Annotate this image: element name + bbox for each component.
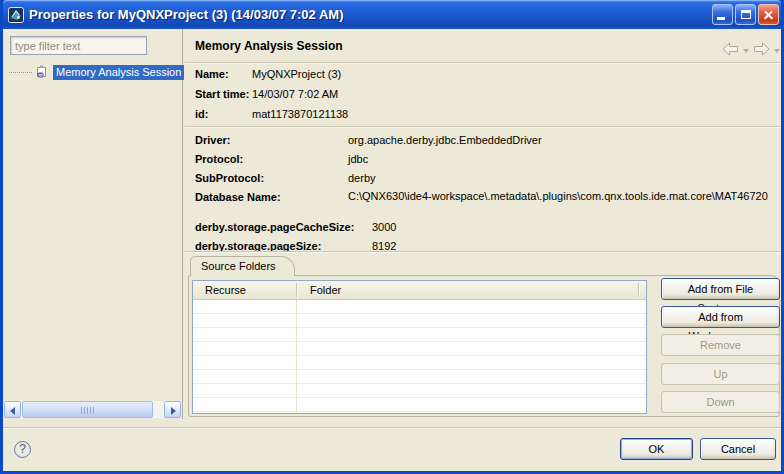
column-header-recurse[interactable]: Recurse	[205, 281, 246, 300]
table-header: Recurse Folder	[193, 281, 646, 300]
scroll-right-icon	[171, 407, 176, 415]
scrollbar-grip-icon	[81, 407, 95, 414]
property-row-protocol: Protocol:jdbc	[195, 151, 780, 170]
sidebar: Memory Analysis Session	[3, 29, 183, 419]
table-body-empty[interactable]	[193, 300, 646, 413]
property-label: Driver:	[195, 132, 348, 148]
forward-menu-caret-icon[interactable]	[774, 49, 780, 53]
properties-dialog: Properties for MyQNXProject (3) (14/03/0…	[0, 0, 784, 474]
property-label: id:	[195, 106, 252, 122]
property-row-subprotocol: SubProtocol:derby	[195, 170, 780, 189]
sidebar-horizontal-scrollbar[interactable]	[4, 401, 181, 418]
titlebar[interactable]: Properties for MyQNXProject (3) (14/03/0…	[3, 0, 781, 29]
scrollbar-track[interactable]	[21, 401, 164, 418]
back-arrow-icon[interactable]	[721, 42, 740, 57]
tree-item-memory-analysis-session[interactable]: Memory Analysis Session	[9, 63, 184, 81]
source-folders-panel: Recurse Folder Add from File System... A…	[188, 275, 780, 417]
add-from-file-system-button[interactable]: Add from File System...	[661, 278, 780, 300]
maximize-icon	[741, 10, 751, 19]
ok-button[interactable]: OK	[620, 438, 693, 460]
property-row-name: Name:MyQNXProject (3)	[195, 66, 348, 86]
cancel-button[interactable]: Cancel	[700, 438, 776, 460]
property-value: jdbc	[348, 153, 368, 165]
tab-label: Source Folders	[201, 260, 276, 272]
property-label: Name:	[195, 66, 252, 82]
column-separator[interactable]	[638, 283, 639, 297]
group-separator	[185, 251, 780, 253]
property-row-page-cache-size: derby.storage.pageCacheSize:3000	[195, 219, 396, 238]
property-row-id: id:mat1173870121138	[195, 106, 348, 126]
history-navigation	[721, 42, 780, 57]
maximize-button[interactable]	[735, 4, 756, 25]
window-title: Properties for MyQNXProject (3) (14/03/0…	[29, 7, 344, 22]
property-label: Protocol:	[195, 151, 348, 167]
group-separator	[185, 126, 780, 128]
close-icon	[759, 5, 778, 24]
property-value: derby	[348, 172, 376, 184]
property-label: Database Name:	[195, 189, 348, 205]
forward-arrow-icon[interactable]	[752, 42, 771, 57]
up-button[interactable]: Up	[661, 363, 780, 385]
add-from-workspace-button[interactable]: Add from Workspace...	[661, 306, 780, 328]
property-value: mat1173870121138	[252, 108, 348, 120]
property-value: MyQNXProject (3)	[252, 68, 341, 80]
down-button[interactable]: Down	[661, 391, 780, 413]
property-label: Start time:	[195, 86, 252, 102]
scrollbar-thumb[interactable]	[22, 401, 153, 418]
column-header-folder[interactable]: Folder	[310, 281, 341, 300]
button-bar-separator	[3, 427, 781, 429]
property-label: derby.storage.pageCacheSize:	[195, 219, 372, 235]
property-row-start-time: Start time:14/03/07 7:02 AM	[195, 86, 348, 106]
scroll-right-button[interactable]	[164, 401, 181, 418]
column-divider	[296, 300, 297, 413]
property-row-page-size: derby.storage.pageSize:8192	[195, 238, 396, 257]
help-icon: ?	[19, 442, 26, 456]
window-icon	[8, 7, 24, 23]
source-folders-table[interactable]: Recurse Folder	[192, 280, 647, 414]
property-row-driver: Driver:org.apache.derby.jdbc.EmbeddedDri…	[195, 132, 780, 151]
back-menu-caret-icon[interactable]	[743, 49, 749, 53]
session-properties-group: Name:MyQNXProject (3) Start time:14/03/0…	[195, 66, 348, 126]
property-label: SubProtocol:	[195, 170, 348, 186]
dialog-content: Memory Analysis Session Memory Analysis …	[3, 29, 781, 471]
tree-item-label: Memory Analysis Session	[53, 65, 184, 80]
database-properties-group: Driver:org.apache.derby.jdbc.EmbeddedDri…	[195, 132, 780, 220]
minimize-button[interactable]	[712, 4, 733, 25]
help-button[interactable]: ?	[14, 441, 31, 458]
property-value: C:\QNX630\ide4-workspace\.metadata\.plug…	[348, 189, 780, 204]
remove-button[interactable]: Remove	[661, 334, 780, 356]
close-button[interactable]	[758, 4, 779, 25]
header-separator	[185, 62, 780, 64]
scroll-left-icon	[10, 407, 15, 415]
window-controls	[712, 4, 781, 25]
filter-input[interactable]	[10, 36, 147, 55]
property-value: 3000	[372, 221, 396, 233]
tab-source-folders[interactable]: Source Folders	[190, 256, 295, 276]
property-row-database-name: Database Name:C:\QNX630\ide4-workspace\.…	[195, 189, 780, 220]
tree-connector	[9, 72, 32, 73]
page-title: Memory Analysis Session	[195, 39, 343, 53]
memory-analysis-session-icon	[34, 64, 50, 80]
property-value: 14/03/07 7:02 AM	[252, 88, 338, 100]
property-value: org.apache.derby.jdbc.EmbeddedDriver	[348, 134, 542, 146]
column-separator[interactable]	[296, 283, 297, 297]
scroll-left-button[interactable]	[4, 401, 21, 418]
minimize-icon	[717, 17, 725, 20]
